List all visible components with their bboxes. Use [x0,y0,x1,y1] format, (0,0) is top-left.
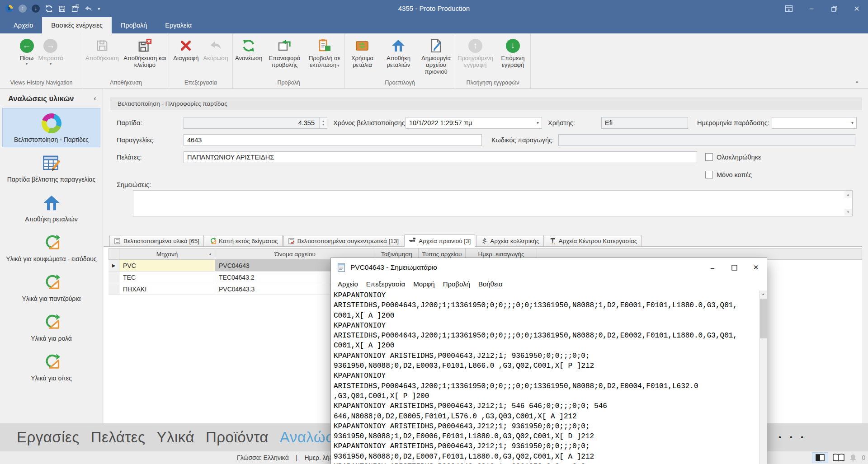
list-icon [114,238,121,244]
sidebar-item-materials-rollers[interactable]: Υλικά για ρολά [2,307,100,346]
tab-glue-files[interactable]: Αρχεία κολλητικής [476,235,543,246]
close-button[interactable]: ✕ [845,0,868,17]
notepad-scrollbar[interactable]: ▲ [759,291,767,464]
sidebar-item-optimization-batches[interactable]: Βελτιστοποίηση - Παρτίδες [2,108,100,147]
notepad-menu-view[interactable]: Προβολή [439,280,474,288]
sidebar: Αναλώσεις υλικών ‹ Βελτιστοποίηση - Παρτ… [0,89,103,423]
module-jobs[interactable]: Εργασίες [17,429,80,446]
cell-machine[interactable]: ΠΗΧΑΚΙ [119,283,215,295]
opt-time-field[interactable]: 10/1/2022 1:29:57 πμ ▾ [406,117,542,129]
scroll-up-icon[interactable]: ▲ [760,291,767,298]
sort-asc-icon: ▲ [208,252,212,256]
tab-optimized-materials[interactable]: Βελτιστοποιημένα υλικά [65] [109,235,204,246]
materials-icon [43,314,60,331]
notepad-line: 646,N8088;0,D2,E0005,F0101,L576.0 ,G3,Q0… [334,412,759,422]
completed-checkbox[interactable] [705,153,713,161]
useful-scraps-button[interactable]: Χρήσιμα ρετάλια [345,36,380,69]
module-materials[interactable]: Υλικά [156,429,194,446]
sidebar-item-label: Αποθήκη ρεταλιών [24,216,79,223]
cell-machine[interactable]: PVC [119,260,215,272]
notepad-maximize-button[interactable] [723,258,745,277]
sidebar-item-scrap-warehouse[interactable]: Αποθήκη ρεταλιών [2,187,100,227]
notepad-menu-edit[interactable]: Επεξεργασία [362,280,409,288]
ribbon-group-label: Πλοήγηση εγγραφών [455,78,530,88]
user-field[interactable]: Efi [601,117,688,129]
forward-button[interactable]: → Μπροστά ▾ [36,36,66,67]
notepad-close-button[interactable]: ✕ [745,258,767,277]
tab-tools[interactable]: Εργαλεία [156,17,201,33]
cuts-only-checkbox[interactable] [705,171,713,178]
sidebar-item-optimal-order-batch[interactable]: Παρτίδα βέλτιστης παραγγελίας [2,148,100,187]
tab-saw-files[interactable]: Αρχεία πριονιού [3] [404,234,475,247]
ribbon-group-label: Προβολή [233,78,344,88]
reset-view-button[interactable]: Επαναφορά προβολής [264,36,304,69]
chevron-down-icon: ▾ [337,63,340,68]
notepad-titlebar[interactable]: PVC04643 - Σημειωματάριο – ✕ [331,258,767,277]
minimize-button[interactable]: – [800,0,823,17]
back-button[interactable]: ← Πίσω ▾ [18,36,36,67]
tab-cut-out-of-sample[interactable]: Κοπή εκτός δείγματος [205,235,283,246]
delete-button[interactable]: Διαγραφή [171,36,201,62]
blue-house-icon [42,194,61,212]
scroll-down-icon[interactable]: ▼ [844,209,852,216]
orders-field[interactable]: 4643 [184,134,482,146]
tab-view[interactable]: Προβολή [112,17,156,33]
save-close-icon [137,38,152,53]
panel-toggle-button[interactable] [812,452,828,463]
delivery-date-label: Ημερομηνία παράδοσης: [697,117,769,129]
notepad-menu-format[interactable]: Μορφή [409,280,439,288]
tab-machining-center-files[interactable]: Αρχεία Κέντρου Κατεργασίας [545,235,642,246]
refresh-icon [241,38,256,53]
batch-spinner[interactable]: ▴▾ [319,117,327,128]
save-button[interactable]: Αποθήκευση [83,36,121,62]
notepad-line: ARISTEIDHS,P0004643,J200;1;13361950;0;0;… [334,381,759,391]
sidebar-item-label: Υλικά για κουφώματα - εισόδους [5,255,97,262]
tab-file[interactable]: Αρχείο [5,17,42,33]
sidebar-item-materials-shutters[interactable]: Υλικά για παντζούρια [2,267,100,306]
module-customers[interactable]: Πελάτες [91,429,146,446]
orders-value: 4643 [187,136,202,144]
refresh-button[interactable]: Ανανέωση [233,36,264,62]
save-close-button[interactable]: Αποθήκευση και κλείσιμο [121,36,169,69]
ribbon-display-options-icon[interactable] [778,0,800,17]
notepad-menu-file[interactable]: Αρχείο [334,280,362,288]
scrap-warehouse-button[interactable]: Αποθήκη ρεταλιών [380,36,417,69]
scrap-warehouse-icon [391,38,406,53]
restore-button[interactable] [823,0,845,17]
tab-optimized-summary[interactable]: Βελτιστοποιημένα συγκεντρωτικά [13] [283,235,403,246]
tab-main-actions[interactable]: Βασικές ενέργειες [42,17,112,33]
next-record-button[interactable]: ↓ Επόμενη εγγραφή [495,36,530,69]
chevron-down-icon[interactable]: ▾ [851,117,854,128]
scroll-up-icon[interactable]: ▲ [844,191,852,198]
machining-center-icon [549,238,556,244]
notepad-text-area[interactable]: KPAPANTONIOY ARISTEIDHS,P0004643,J200;1;… [331,291,759,464]
grid-header-machine[interactable]: Μηχανή ▲ [119,248,215,260]
batch-field[interactable]: 4.355 ▴▾ [184,117,327,129]
collapse-ribbon-icon[interactable]: ▴ [856,79,858,84]
grid-header-marker [108,248,119,260]
sidebar-item-materials-screens[interactable]: Υλικά για σίτες [2,347,100,386]
notepad-line: KPAPANTONIOY ARISTEIDHS,P0004643,J212;1;… [334,462,759,464]
delivery-date-field[interactable]: ▾ [772,117,857,129]
notepad-menu-help[interactable]: Βοήθεια [474,280,507,288]
customers-field[interactable]: ΠΑΠΑΝΤΩΝΙΟΥ ΑΡΙΣΤΕΙΔΗΣ [184,151,697,163]
cell-machine[interactable]: TEC [119,272,215,283]
module-products[interactable]: Προϊόντα [206,429,269,446]
prod-code-field[interactable] [558,134,855,146]
previous-record-button[interactable]: ↑ Προηγούμενη εγγραφή [455,36,495,69]
bell-icon[interactable] [849,454,857,462]
sidebar-item-materials-frames[interactable]: Υλικά για κουφώματα - εισόδους [2,227,100,267]
create-saw-file-button[interactable]: Δημιουργία αρχείου πριονιού [417,36,455,76]
collapse-sidebar-icon[interactable]: ‹ [94,94,96,103]
chevron-down-icon[interactable]: ▾ [537,117,539,128]
book-icon[interactable] [833,454,844,462]
previous-record-label: Προηγούμενη εγγραφή [458,55,493,68]
print-view-button[interactable]: Προβολή σε εκτύπωση▾ [305,36,344,70]
module-overflow-button[interactable]: • • • [778,423,807,451]
notepad-minimize-button[interactable]: – [702,258,723,277]
notes-field[interactable]: ▲ ▼ [133,190,853,216]
cancel-button[interactable]: Ακύρωση [201,36,231,62]
notepad-line: KPAPANTONIOY ARISTEIDHS,P0004643,J212;1;… [334,401,759,411]
scrollbar-thumb[interactable] [760,299,767,338]
ribbon-group-navigation: ← Πίσω ▾ → Μπροστά ▾ Views History Navig… [0,33,83,88]
